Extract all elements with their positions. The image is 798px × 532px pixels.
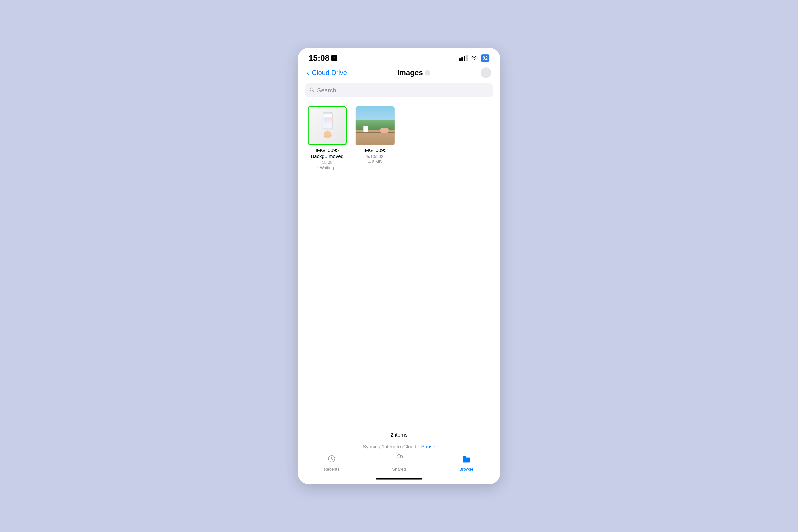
navigation-bar: ‹ iCloud Drive Images ··· xyxy=(298,65,500,81)
more-button[interactable]: ··· xyxy=(480,68,491,78)
file-item-1[interactable]: IMG_0095 Backg...moved 15:08 ↑ Waiting..… xyxy=(305,106,349,170)
search-bar[interactable]: Search xyxy=(305,83,493,97)
tab-recents[interactable]: Recents xyxy=(314,454,349,472)
svg-point-9 xyxy=(324,131,331,138)
file-name-1: IMG_0095 xyxy=(316,147,339,153)
sync-progress-fill xyxy=(305,441,361,441)
svg-rect-6 xyxy=(324,121,331,123)
file-status-1: ↑ Waiting... xyxy=(317,165,338,170)
alert-icon: ! xyxy=(331,55,337,61)
search-container: Search xyxy=(298,81,500,101)
file-grid: IMG_0095 Backg...moved 15:08 ↑ Waiting..… xyxy=(305,104,493,172)
file-thumbnail-1 xyxy=(308,106,347,145)
file-item-2[interactable]: IMG_0095 25/10/2022 4.6 MB xyxy=(353,106,397,170)
pause-button[interactable]: Pause xyxy=(421,444,435,450)
battery-icon: 82 xyxy=(481,54,490,62)
file-size-2: 4.6 MB xyxy=(368,159,382,165)
file-time-1: 15:08 xyxy=(322,160,332,165)
signal-bars-icon xyxy=(459,55,468,61)
svg-rect-7 xyxy=(324,123,329,124)
home-bar xyxy=(376,478,422,479)
file-thumbnail-2 xyxy=(356,106,395,145)
sync-progress-bar xyxy=(305,441,493,441)
phone-screenshot-thumbnail xyxy=(308,106,346,145)
svg-point-13 xyxy=(401,456,402,457)
items-count: 2 items xyxy=(305,432,493,438)
svg-rect-15 xyxy=(463,456,466,458)
svg-rect-4 xyxy=(324,117,327,121)
upload-arrow-icon: ↑ xyxy=(317,166,319,170)
home-indicator xyxy=(298,474,500,484)
back-button[interactable]: ‹ iCloud Drive xyxy=(307,69,347,77)
search-input[interactable]: Search xyxy=(317,87,336,94)
recents-icon xyxy=(327,454,336,465)
content-area: IMG_0095 Backg...moved 15:08 ↑ Waiting..… xyxy=(298,101,500,428)
tab-browse-label: Browse xyxy=(459,467,474,472)
tab-shared-label: Shared xyxy=(392,467,406,472)
status-time: 15:08 ! xyxy=(308,53,337,63)
tab-bar: Recents Shared xyxy=(298,451,500,474)
more-dots-icon: ··· xyxy=(483,70,488,76)
tab-browse[interactable]: Browse xyxy=(449,454,484,472)
svg-rect-3 xyxy=(324,115,331,117)
file-date-2: 25/10/2022 xyxy=(364,154,386,159)
sync-status-text: Syncing 1 item to iCloud · Pause xyxy=(305,444,493,450)
bottom-status: 2 items Syncing 1 item to iCloud · Pause xyxy=(298,428,500,451)
file-name-2: IMG_0095 xyxy=(363,147,387,153)
file-subtitle-1: Backg...moved xyxy=(311,153,343,159)
page-title: Images xyxy=(397,69,423,77)
tab-recents-label: Recents xyxy=(324,467,339,472)
status-bar: 15:08 ! 82 xyxy=(298,48,500,65)
wifi-icon xyxy=(471,54,478,62)
browse-icon xyxy=(462,454,471,465)
back-label: iCloud Drive xyxy=(310,69,347,77)
search-icon xyxy=(309,87,315,94)
tab-shared[interactable]: Shared xyxy=(381,454,417,472)
nav-title-area: Images xyxy=(397,69,431,77)
outdoor-photo-thumbnail xyxy=(356,106,395,145)
shared-icon xyxy=(395,454,403,465)
svg-rect-5 xyxy=(328,117,331,121)
status-right-icons: 82 xyxy=(459,54,490,62)
title-chevron-icon[interactable] xyxy=(425,70,431,76)
back-chevron-icon: ‹ xyxy=(307,69,309,77)
phone-screen: 15:08 ! 82 xyxy=(298,48,500,484)
